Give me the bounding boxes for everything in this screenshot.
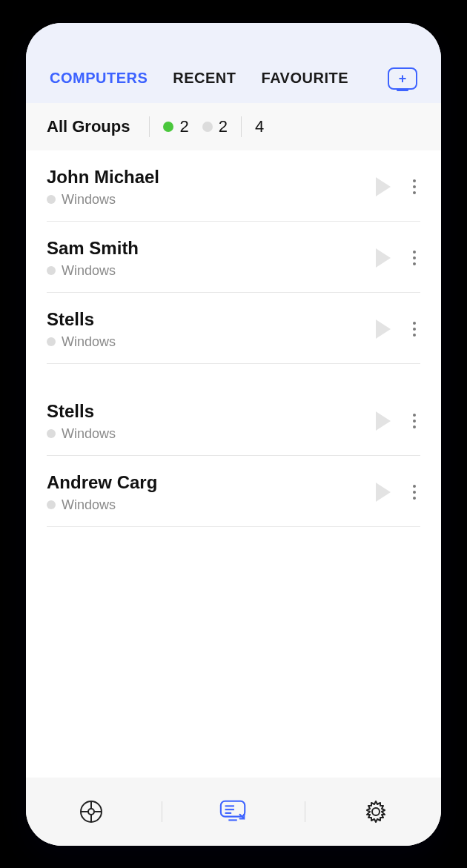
- separator: [305, 801, 305, 822]
- status-dot-icon: [47, 337, 56, 346]
- computer-os: Windows: [47, 263, 139, 279]
- list-item[interactable]: Sam Smith Windows: [47, 222, 420, 293]
- connect-play-icon[interactable]: [376, 248, 391, 268]
- svg-point-1: [88, 809, 94, 815]
- online-count-label: 2: [179, 117, 188, 136]
- computer-os: Windows: [47, 497, 157, 513]
- group-selector[interactable]: All Groups: [47, 117, 130, 136]
- status-dot-online-icon: [163, 122, 173, 132]
- tab-recent[interactable]: RECENT: [173, 70, 236, 87]
- list-item[interactable]: Stells Windows: [47, 293, 420, 364]
- tab-favourite[interactable]: FAVOURITE: [262, 70, 348, 87]
- list-item[interactable]: John Michael Windows: [47, 150, 420, 222]
- header: COMPUTERS RECENT FAVOURITE +: [26, 23, 441, 103]
- status-dot-icon: [47, 500, 56, 509]
- computer-os: Windows: [47, 334, 116, 350]
- more-menu-icon[interactable]: [408, 317, 420, 341]
- status-dot-icon: [47, 266, 56, 275]
- offline-count-label: 2: [219, 117, 228, 136]
- status-dot-offline-icon: [202, 122, 213, 132]
- os-label: Windows: [62, 334, 116, 350]
- online-count: 2: [163, 117, 188, 136]
- more-menu-icon[interactable]: [408, 480, 420, 504]
- svg-point-11: [372, 808, 380, 815]
- os-label: Windows: [62, 192, 116, 208]
- computer-list[interactable]: John Michael Windows Sam Smith Windows: [26, 150, 441, 778]
- computer-name: Andrew Carg: [47, 472, 157, 493]
- connect-play-icon[interactable]: [376, 177, 391, 196]
- computer-os: Windows: [47, 192, 159, 208]
- tab-bar: COMPUTERS RECENT FAVOURITE +: [47, 60, 420, 103]
- group-bar: All Groups 2 2 4: [26, 103, 441, 150]
- list-item[interactable]: Andrew Carg Windows: [47, 456, 420, 527]
- nav-computers-icon[interactable]: [219, 797, 248, 826]
- separator: [241, 116, 242, 137]
- computer-name: Stells: [47, 309, 116, 330]
- nav-support-icon[interactable]: [76, 797, 106, 826]
- more-menu-icon[interactable]: [408, 409, 420, 433]
- computer-name: Stells: [47, 401, 116, 422]
- separator: [149, 116, 150, 137]
- connect-play-icon[interactable]: [376, 483, 391, 502]
- nav-settings-icon[interactable]: [361, 797, 391, 826]
- list-item[interactable]: Stells Windows: [47, 385, 420, 456]
- more-menu-icon[interactable]: [408, 246, 420, 270]
- connect-play-icon[interactable]: [376, 319, 391, 339]
- more-menu-icon[interactable]: [408, 175, 420, 199]
- computer-os: Windows: [47, 426, 116, 442]
- bottom-nav: [26, 778, 441, 846]
- tab-row: COMPUTERS RECENT FAVOURITE: [50, 70, 348, 87]
- offline-count: 2: [202, 117, 228, 136]
- separator: [162, 801, 162, 822]
- status-dot-icon: [47, 429, 56, 438]
- status-dot-icon: [47, 195, 56, 204]
- os-label: Windows: [62, 426, 116, 442]
- total-count: 4: [255, 117, 264, 136]
- add-computer-button[interactable]: +: [388, 67, 417, 90]
- computer-name: Sam Smith: [47, 238, 139, 259]
- app-frame: COMPUTERS RECENT FAVOURITE + All Groups …: [26, 23, 441, 846]
- plus-icon: +: [399, 72, 407, 85]
- total-count-label: 4: [255, 117, 264, 136]
- tab-computers[interactable]: COMPUTERS: [50, 70, 148, 87]
- connect-play-icon[interactable]: [376, 411, 391, 431]
- os-label: Windows: [62, 497, 116, 513]
- os-label: Windows: [62, 263, 116, 279]
- computer-name: John Michael: [47, 167, 159, 188]
